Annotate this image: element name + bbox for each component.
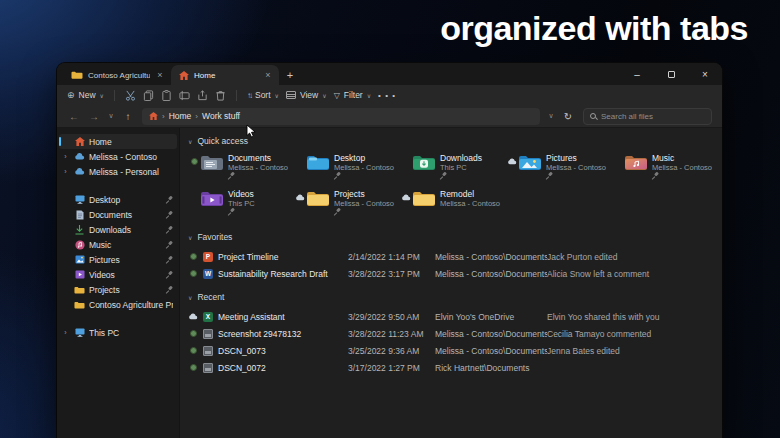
minimize-button[interactable]: – (620, 63, 654, 85)
tile-music[interactable]: Music Melissa - Contoso (612, 150, 718, 186)
file-activity: Jenna Bates edited (547, 346, 722, 356)
search-box[interactable] (583, 108, 712, 125)
tile-location: Melissa - Contoso (546, 163, 606, 172)
tile-documents[interactable]: Documents Melissa - Contoso (188, 150, 294, 186)
sidebar-item-videos[interactable]: Videos (57, 267, 179, 282)
sidebar-item-label: Contoso Agriculture Project (89, 300, 173, 310)
file-location: Elvin Yoo's OneDrive (435, 312, 547, 322)
file-row-dscn-0072[interactable]: DSCN_0072 3/17/2022 1:27 PM Rick Hartnet… (188, 359, 722, 376)
file-row-meeting-assistant[interactable]: Meeting Assistant 3/29/2022 9:50 AM Elvi… (188, 308, 722, 325)
back-button[interactable]: ← (65, 111, 83, 122)
pin-icon (166, 196, 173, 204)
search-icon (590, 113, 596, 119)
music-folder-icon (624, 153, 648, 175)
address-dropdown-button[interactable]: ∨ (545, 112, 557, 120)
view-label: View (300, 90, 318, 100)
sidebar-item-label: Melissa - Personal (89, 167, 173, 177)
collapse-chevron-icon[interactable]: ∨ (188, 138, 192, 145)
collapse-chevron-icon[interactable]: ∨ (188, 234, 192, 241)
cloud-status-icon (400, 189, 412, 201)
address-bar[interactable]: › Home › Work stuff (142, 108, 540, 125)
delete-button[interactable] (215, 90, 226, 101)
cut-button[interactable] (125, 90, 136, 101)
pin-icon (166, 211, 173, 219)
sidebar-item-label: Home (89, 137, 171, 147)
cloud-status-icon (188, 313, 198, 320)
sort-button[interactable]: ↑↓ Sort ∨ (247, 90, 279, 100)
file-row-screenshot-29478132[interactable]: Screenshot 29478132 3/28/2022 11:23 AM M… (188, 325, 722, 342)
tab-contoso-agriculture-project[interactable]: Contoso Agriculture Project × (63, 65, 171, 85)
share-button[interactable] (197, 90, 208, 101)
file-name: DSCN_0073 (218, 346, 266, 356)
new-tab-button[interactable]: + (279, 65, 301, 85)
tab-close-icon[interactable]: × (263, 70, 273, 80)
tab-label: Contoso Agriculture Project (88, 71, 150, 80)
sidebar-item-pictures[interactable]: Pictures (57, 252, 179, 267)
tile-desktop[interactable]: Desktop Melissa - Contoso (294, 150, 400, 186)
forward-button[interactable]: → (85, 111, 103, 122)
sidebar-item-this-pc[interactable]: › This PC (57, 325, 179, 340)
tab-close-icon[interactable]: × (155, 70, 165, 80)
sync-status-icon (188, 330, 198, 337)
tile-name: Music (652, 153, 712, 163)
sidebar-item-melissa-contoso[interactable]: › Melissa - Contoso (57, 149, 179, 164)
maximize-icon (668, 71, 675, 78)
sidebar-item-downloads[interactable]: Downloads (57, 222, 179, 237)
new-button[interactable]: ⊕ New ∨ (67, 90, 104, 100)
expand-chevron-icon[interactable]: › (61, 153, 70, 160)
folder-icon (412, 189, 436, 211)
breadcrumb-home[interactable]: Home (169, 111, 192, 121)
file-row-project-timeline[interactable]: Project Timeline 2/14/2022 1:14 PM Melis… (188, 248, 722, 265)
expand-chevron-icon[interactable]: › (61, 329, 70, 336)
sidebar-item-projects[interactable]: Projects (57, 282, 179, 297)
tile-videos[interactable]: Videos This PC (188, 186, 294, 222)
file-row-sustainability-research-draft[interactable]: Sustainability Research Draft 3/28/2022 … (188, 265, 722, 282)
recent-locations-button[interactable]: ∨ (105, 112, 117, 120)
onedrive-cloud-icon (74, 166, 85, 177)
file-date: 3/28/2022 11:23 AM (348, 329, 435, 339)
sidebar-item-desktop[interactable]: Desktop (57, 192, 179, 207)
rename-button[interactable] (179, 90, 190, 101)
up-button[interactable]: ↑ (119, 111, 137, 122)
filter-button[interactable]: ▽ Filter ∨ (334, 90, 371, 100)
file-location: Rick Hartnett\Documents (435, 363, 547, 373)
maximize-button[interactable] (654, 63, 688, 85)
tile-downloads[interactable]: Downloads This PC (400, 150, 506, 186)
view-button[interactable]: View ∨ (286, 90, 327, 100)
tile-name: Documents (228, 153, 288, 163)
tile-pictures[interactable]: Pictures Melissa - Contoso (506, 150, 612, 186)
status-spacer (294, 153, 306, 158)
file-activity: Elvin Yoo shared this with you (547, 312, 722, 322)
search-input[interactable] (601, 112, 705, 121)
sidebar-item-documents[interactable]: Documents (57, 207, 179, 222)
sidebar-item-home[interactable]: Home (59, 134, 177, 149)
slide-headline: organized with tabs (440, 9, 748, 48)
expand-chevron-icon[interactable]: › (61, 168, 70, 175)
tile-projects[interactable]: Projects Melissa - Contoso (294, 186, 400, 222)
close-button[interactable]: × (688, 63, 722, 85)
paste-button[interactable] (161, 90, 172, 101)
home-icon (74, 136, 85, 147)
tab-home[interactable]: Home × (171, 65, 279, 85)
tile-remodel[interactable]: Remodel Melissa - Contoso (400, 186, 506, 222)
section-header-quick-access[interactable]: ∨ Quick access (188, 134, 722, 148)
tab-bar: Contoso Agriculture Project × Home × + –… (57, 63, 722, 85)
more-options-button[interactable]: • • • (378, 91, 396, 100)
tile-name: Projects (334, 189, 394, 199)
tile-location: Melissa - Contoso (334, 199, 394, 208)
sidebar-item-music[interactable]: Music (57, 237, 179, 252)
collapse-chevron-icon[interactable]: ∨ (188, 294, 192, 301)
section-header-recent[interactable]: ∨ Recent (188, 290, 722, 304)
filter-label: Filter (344, 90, 363, 100)
main-area: Home › Melissa - Contoso › Melissa - Per… (57, 128, 722, 438)
status-spacer (188, 189, 200, 194)
sidebar-item-contoso-agriculture-project[interactable]: Contoso Agriculture Project (57, 297, 179, 312)
copy-button[interactable] (143, 90, 154, 101)
section-header-favorites[interactable]: ∨ Favorites (188, 230, 722, 244)
file-row-dscn-0073[interactable]: DSCN_0073 3/25/2022 9:36 AM Melissa - Co… (188, 342, 722, 359)
sidebar-item-melissa-personal[interactable]: › Melissa - Personal (57, 164, 179, 179)
sync-status-icon (188, 153, 200, 165)
breadcrumb-work-stuff[interactable]: Work stuff (202, 111, 240, 121)
pc-icon (74, 327, 85, 338)
refresh-button[interactable]: ↻ (559, 111, 577, 122)
